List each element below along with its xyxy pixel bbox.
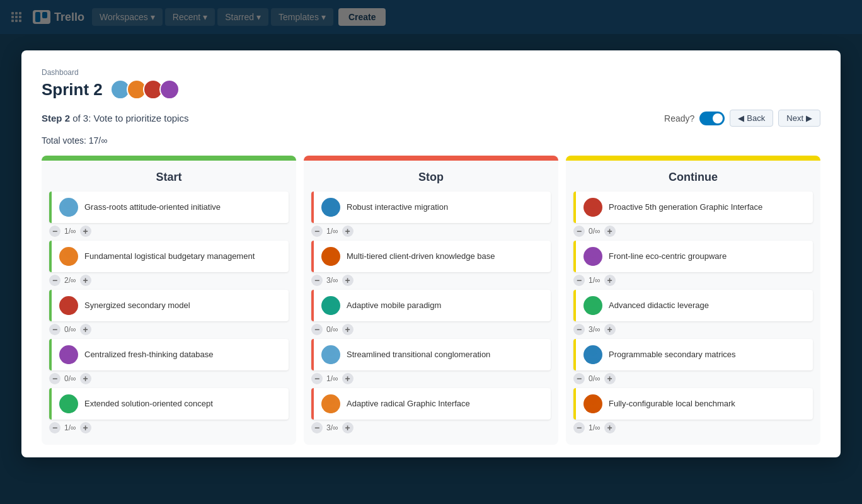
card-avatar [59, 394, 78, 413]
vote-plus-button[interactable]: + [80, 275, 91, 286]
card-wrapper: Streamlined transitional conglomeration−… [311, 339, 551, 386]
step-row: Step 2 of 3: Vote to prioritize topics R… [42, 110, 820, 127]
svg-point-34 [323, 309, 338, 315]
vote-plus-button[interactable]: + [80, 422, 91, 433]
card-avatar [583, 394, 602, 413]
vote-minus-button[interactable]: − [49, 373, 60, 384]
vote-plus-button[interactable]: + [342, 422, 353, 433]
svg-point-33 [326, 298, 335, 307]
vote-controls: −1/∞+ [573, 420, 813, 435]
svg-point-22 [61, 260, 76, 266]
svg-point-11 [117, 83, 124, 91]
vote-plus-button[interactable]: + [342, 275, 353, 286]
vote-minus-button[interactable]: − [311, 422, 323, 433]
svg-point-46 [585, 358, 601, 364]
sprint-modal: Dashboard Sprint 2 [21, 50, 841, 457]
vote-plus-button[interactable]: + [342, 324, 353, 335]
vote-minus-button[interactable]: − [573, 324, 585, 335]
svg-point-23 [64, 298, 73, 307]
column-body-stop: Robust interactive migration−1/∞+Multi-t… [304, 192, 558, 445]
next-button[interactable]: Next ▶ [778, 110, 820, 127]
vote-controls: −1/∞+ [49, 223, 289, 238]
vote-plus-button[interactable]: + [604, 373, 616, 384]
vote-minus-button[interactable]: − [573, 422, 585, 433]
column-stop: StopRobust interactive migration−1/∞+Mul… [304, 156, 558, 445]
vote-minus-button[interactable]: − [49, 226, 60, 237]
svg-point-14 [130, 93, 143, 98]
card-wrapper: Adaptive radical Graphic Interface−3/∞+ [311, 388, 551, 435]
vote-minus-button[interactable]: − [311, 324, 323, 335]
svg-point-20 [61, 210, 76, 217]
vote-minus-button[interactable]: − [49, 422, 60, 433]
svg-point-45 [589, 347, 597, 356]
card-avatar [583, 198, 602, 217]
vote-count: 1/∞ [589, 423, 601, 432]
vote-plus-button[interactable]: + [342, 373, 353, 384]
vote-minus-button[interactable]: − [573, 373, 585, 384]
vote-count: 1/∞ [589, 276, 601, 285]
card-wrapper: Synergized secondary model−0/∞+ [49, 290, 289, 336]
vote-count: 3/∞ [589, 325, 601, 334]
card-text: Synergized secondary model [84, 300, 281, 311]
vote-plus-button[interactable]: + [80, 373, 91, 384]
vote-controls: −0/∞+ [49, 370, 289, 386]
svg-point-13 [133, 83, 141, 91]
card-text: Adaptive mobile paradigm [347, 300, 543, 311]
svg-point-44 [585, 309, 601, 315]
card-avatar [59, 296, 78, 315]
card-text: Robust interactive migration [347, 202, 543, 213]
vote-controls: −1/∞+ [311, 370, 551, 386]
vote-plus-button[interactable]: + [604, 226, 616, 237]
column-title-start: Start [42, 161, 296, 192]
card-text: Fundamental logistical budgetary managem… [84, 251, 281, 262]
vote-controls: −2/∞+ [49, 272, 289, 287]
vote-minus-button[interactable]: − [573, 275, 585, 286]
svg-point-18 [163, 93, 176, 98]
vote-minus-button[interactable]: − [311, 275, 323, 286]
card-avatar [321, 394, 340, 413]
card-avatar [583, 296, 602, 315]
vote-minus-button[interactable]: − [573, 226, 585, 237]
svg-point-29 [326, 200, 335, 209]
vote-plus-button[interactable]: + [604, 275, 616, 286]
vote-plus-button[interactable]: + [80, 226, 91, 237]
vote-minus-button[interactable]: − [49, 275, 60, 286]
vote-minus-button[interactable]: − [49, 324, 60, 335]
vote-plus-button[interactable]: + [604, 422, 616, 433]
ready-toggle[interactable] [699, 112, 725, 125]
card: Proactive 5th generation Graphic Interfa… [573, 192, 813, 223]
modal-header: Dashboard Sprint 2 [42, 68, 820, 100]
card: Grass-roots attitude-oriented initiative [49, 192, 289, 223]
vote-plus-button[interactable]: + [342, 226, 353, 237]
vote-controls: −0/∞+ [573, 223, 813, 238]
card-wrapper: Front-line eco-centric groupware−1/∞+ [573, 241, 813, 287]
ready-label: Ready? [664, 113, 694, 123]
svg-point-43 [589, 298, 597, 307]
svg-point-24 [61, 309, 76, 315]
card-wrapper: Proactive 5th generation Graphic Interfa… [573, 192, 813, 238]
vote-controls: −0/∞+ [49, 321, 289, 336]
svg-point-17 [166, 83, 173, 91]
vote-count: 0/∞ [326, 325, 338, 334]
vote-minus-button[interactable]: − [311, 373, 323, 384]
card-text: Multi-tiered client-driven knowledge bas… [347, 251, 543, 262]
vote-count: 0/∞ [589, 227, 601, 236]
card-avatar [59, 247, 78, 266]
vote-minus-button[interactable]: − [311, 226, 323, 237]
column-header-start [42, 156, 296, 161]
svg-point-28 [61, 407, 76, 413]
vote-plus-button[interactable]: + [604, 324, 616, 335]
card-wrapper: Multi-tiered client-driven knowledge bas… [311, 241, 551, 287]
vote-count: 1/∞ [326, 227, 338, 236]
vote-controls: −3/∞+ [311, 420, 551, 435]
card-avatar [583, 247, 602, 266]
svg-point-21 [64, 249, 73, 258]
vote-plus-button[interactable]: + [80, 324, 91, 335]
card-wrapper: Fundamental logistical budgetary managem… [49, 241, 289, 287]
card: Multi-tiered client-driven knowledge bas… [311, 241, 551, 272]
votes-total: Total votes: 17/∞ [42, 135, 820, 146]
card: Adaptive mobile paradigm [311, 290, 551, 321]
svg-point-15 [149, 83, 157, 91]
svg-point-35 [326, 347, 335, 356]
back-button[interactable]: ◀ Back [730, 110, 773, 127]
